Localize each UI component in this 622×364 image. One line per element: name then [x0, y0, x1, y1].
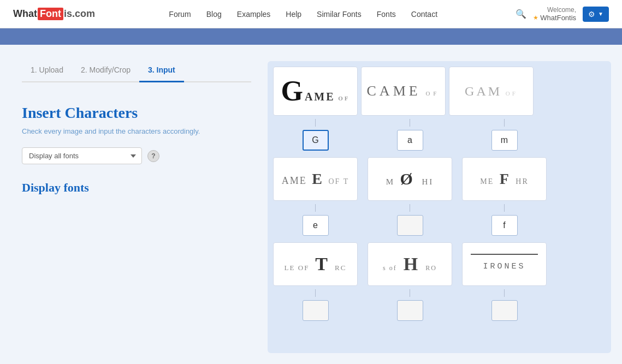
display-fonts-label: Display fonts — [22, 181, 251, 195]
char-input-wrap-2-2 — [368, 215, 452, 236]
conn-2-1 — [273, 204, 358, 212]
caret-icon: ▼ — [598, 11, 603, 17]
font-cell-3-3: IRONES — [462, 242, 547, 286]
conn-2-2 — [368, 204, 452, 212]
connector-row-3 — [273, 289, 606, 297]
settings-button[interactable]: ⚙ ▼ — [583, 7, 609, 22]
gear-icon: ⚙ — [588, 10, 595, 19]
input-cell-1-3 — [462, 119, 547, 127]
connector-row-1 — [273, 119, 606, 127]
char-input-wrap-3-2 — [368, 300, 452, 321]
welcome-area: Welcome, ★ WhatFontis — [533, 6, 576, 22]
input-cell-1-1 — [273, 119, 358, 127]
char-input-wrap-3-1 — [273, 300, 358, 321]
font-cell-3-2: s of H RO — [368, 242, 452, 286]
char-input-row-3 — [273, 300, 606, 321]
logo[interactable]: What Font is.com — [13, 8, 95, 20]
nav-help[interactable]: Help — [286, 10, 301, 19]
char-input-3-3[interactable] — [491, 300, 518, 321]
main-content: 1. Upload 2. Modify/Crop 3. Input Insert… — [0, 45, 622, 364]
char-input-wrap-2-3 — [462, 215, 547, 236]
nav-forum[interactable]: Forum — [169, 10, 191, 19]
step-upload[interactable]: 1. Upload — [22, 61, 72, 82]
step-input[interactable]: 3. Input — [139, 61, 184, 82]
font-cell-1-3: GAM OF — [449, 67, 534, 116]
char-input-2-2[interactable] — [397, 215, 423, 236]
font-sample-1-1: GAME OF — [279, 72, 352, 110]
step-modify[interactable]: 2. Modify/Crop — [72, 61, 139, 82]
nav-blog[interactable]: Blog — [206, 10, 222, 19]
nav-examples[interactable]: Examples — [237, 10, 270, 19]
char-input-wrap-1-3 — [462, 130, 547, 151]
char-input-row-1 — [273, 130, 606, 151]
font-sample-2-2: M Ø HI — [384, 167, 436, 191]
char-input-wrap-2-1 — [273, 215, 358, 236]
font-cell-3-1: LE OF T RC — [273, 242, 358, 286]
font-sample-1-3: GAM OF — [463, 81, 520, 102]
font-cell-1-2: CAME OF — [361, 67, 446, 116]
font-cell-2-1: AME E OF T — [273, 157, 358, 201]
char-input-1-2[interactable] — [397, 130, 423, 151]
char-input-wrap-1-1 — [273, 130, 358, 151]
insert-subtitle: Check every image and input the characte… — [22, 127, 251, 135]
char-input-2-1[interactable] — [303, 215, 329, 236]
char-input-row-2 — [273, 215, 606, 236]
welcome-label: Welcome, — [547, 6, 576, 14]
font-sample-2-1: AME E OF T — [280, 168, 351, 190]
dropdown-row: Display all fonts ? — [22, 147, 251, 164]
conn-2-3 — [462, 204, 547, 212]
font-sample-3-2: s of H RO — [381, 251, 439, 278]
conn-3-2 — [368, 289, 452, 297]
char-input-3-1[interactable] — [303, 300, 329, 321]
conn-3-3 — [462, 289, 547, 297]
steps-nav: 1. Upload 2. Modify/Crop 3. Input — [22, 61, 251, 82]
search-icon[interactable]: 🔍 — [516, 9, 526, 19]
logo-font-text: Font — [38, 8, 63, 20]
username-label: ★ WhatFontis — [533, 14, 576, 22]
left-panel: 1. Upload 2. Modify/Crop 3. Input Insert… — [22, 61, 251, 353]
font-image-row-1: GAME OF CAME OF GAM OF — [273, 67, 606, 116]
char-input-1-1[interactable] — [303, 130, 329, 151]
nav-contact[interactable]: Contact — [411, 10, 437, 19]
nav-fonts[interactable]: Fonts — [377, 10, 396, 19]
logo-iscom-text: is.com — [64, 8, 95, 20]
font-cell-2-2: M Ø HI — [368, 157, 452, 201]
font-sample-3-1: LE OF T RC — [282, 251, 349, 278]
char-input-2-3[interactable] — [491, 215, 518, 236]
font-cell-2-3: ME F HR — [462, 157, 547, 201]
help-button[interactable]: ? — [147, 150, 159, 162]
char-input-1-3[interactable] — [491, 130, 518, 151]
font-sample-2-3: ME F HR — [478, 168, 531, 190]
char-input-wrap-1-2 — [368, 130, 452, 151]
input-cell-1-2 — [368, 119, 452, 127]
char-input-3-2[interactable] — [397, 300, 423, 321]
connector-row-2 — [273, 204, 606, 212]
main-nav: Forum Blog Examples Help Similar Fonts F… — [169, 10, 437, 19]
blue-banner — [0, 28, 622, 45]
char-input-wrap-3-3 — [462, 300, 547, 321]
insert-title: Insert Characters — [22, 104, 251, 122]
header: What Font is.com Forum Blog Examples Hel… — [0, 0, 622, 28]
font-image-row-3: LE OF T RC s of H RO IRONES — [273, 242, 606, 286]
font-sample-3-3: IRONES — [481, 258, 528, 275]
nav-similar-fonts[interactable]: Similar Fonts — [317, 10, 362, 19]
font-filter-dropdown[interactable]: Display all fonts — [22, 147, 142, 164]
font-sample-1-2: CAME OF — [365, 80, 442, 102]
font-grid-panel: GAME OF CAME OF GAM OF — [268, 61, 611, 353]
font-cell-1-1: GAME OF — [273, 67, 358, 116]
logo-what-text: What — [13, 8, 37, 20]
font-image-row-2: AME E OF T M Ø HI ME F HR — [273, 157, 606, 201]
conn-3-1 — [273, 289, 358, 297]
star-icon: ★ — [533, 14, 538, 21]
